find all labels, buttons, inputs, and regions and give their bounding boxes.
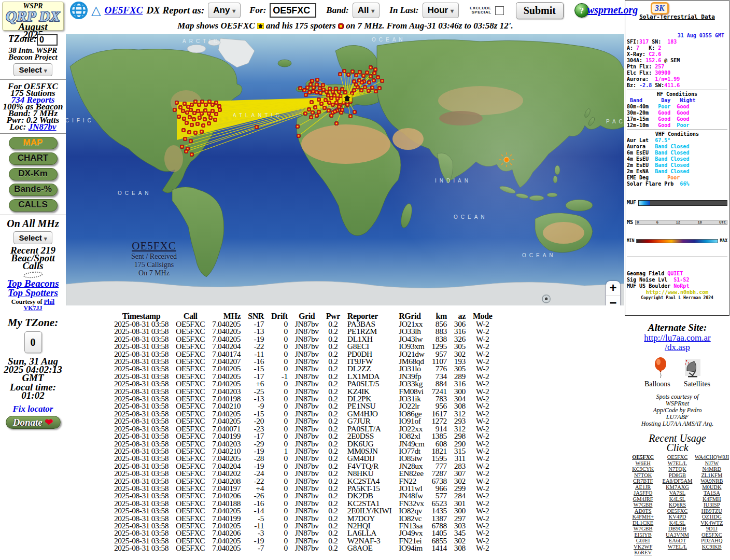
usage-call-link[interactable]: OZ1IDG — [695, 514, 729, 520]
usage-call-link[interactable]: PD2AHQ — [695, 538, 729, 544]
alternate-site-link[interactable]: http://lu7aa.com.ar/dx.asp — [625, 333, 730, 352]
usage-call-link[interactable]: W7GBB — [626, 526, 660, 532]
map-button[interactable]: MAP — [9, 137, 58, 149]
3k-badge[interactable]: 3K — [651, 2, 669, 15]
zoom-in-button[interactable]: + — [606, 281, 620, 296]
report-type-dropdown[interactable]: Any ▾ — [208, 3, 241, 18]
spots-table: TimestampCallMHzSNRDriftGridPwrReporterR… — [110, 312, 496, 552]
usage-call-link[interactable]: HB9TZU — [695, 508, 729, 514]
usage-call-link[interactable]: OE5FXC — [660, 454, 694, 460]
main-column: △ OE5FXC DX Report as: Any ▾ For: Band: … — [66, 0, 625, 560]
zoom-out-button[interactable]: − — [606, 296, 620, 305]
usage-call-link[interactable]: AE1JR — [626, 484, 660, 491]
usage-call-link[interactable]: KV4PD — [660, 514, 694, 520]
my-tzone-value[interactable]: 0 — [24, 331, 42, 353]
divider — [627, 257, 727, 257]
credits: Spots courtesy of WSPRnet App/Code by Pe… — [625, 394, 730, 427]
usage-call-link[interactable]: W7GBB — [626, 502, 660, 508]
on-all-mhz-label: On All MHz — [0, 218, 66, 229]
usage-call-link[interactable]: AD0TS — [626, 508, 660, 514]
top-spotters-link[interactable]: Top Spotters — [0, 288, 66, 298]
usage-call-link[interactable]: GM4JRF — [626, 496, 660, 502]
solar-panel-title: Solar-Terrestrial Data — [627, 13, 727, 20]
left-sidebar: WSPR QRP DX August 2025 TZone: 38 Intn. … — [0, 0, 66, 560]
locator-link[interactable]: JN87bv — [29, 122, 57, 132]
courtesy-note: Courtesy of Phil VK7JJ — [0, 299, 66, 311]
world-map[interactable]: ARCTICOCEANATLANTICOCEANINDIANOCEANACIFI… — [66, 34, 624, 305]
usage-call-link[interactable]: PD8GB — [660, 472, 694, 479]
usage-call-link[interactable]: N4MRD — [695, 466, 729, 472]
usage-call-link[interactable]: TA1SA — [695, 490, 729, 496]
usage-call-link[interactable]: EI5IYB — [626, 532, 660, 538]
usage-call-link[interactable]: DL1CKE — [626, 520, 660, 526]
dxkm-button[interactable]: DX-Km — [9, 168, 58, 180]
usage-call-link[interactable]: EA6DT — [660, 538, 694, 544]
exclude-special-checkbox[interactable] — [495, 6, 504, 15]
usage-call-link[interactable]: M0UDK — [695, 484, 729, 491]
usage-call-link[interactable]: VK2WF — [626, 544, 660, 550]
spotter-marker-icon — [338, 23, 344, 29]
inlast-dropdown[interactable]: Hour ▾ — [423, 3, 459, 18]
spot-row: 2025-08-31 03:58OE5FXC7.040205-70JN87bv0… — [110, 544, 496, 552]
globe-icon[interactable] — [70, 2, 88, 19]
usage-call-link[interactable]: VA7SL — [660, 490, 694, 496]
usage-call-link[interactable]: K4FMH+ — [626, 514, 660, 520]
usage-call-link[interactable]: W7EL/L — [660, 544, 694, 550]
usage-call-link[interactable]: CR7BTF — [626, 478, 660, 484]
usage-call-link[interactable]: OE5FXC — [695, 532, 729, 538]
usage-call-link[interactable]: IU3ISP — [695, 502, 729, 508]
callsign-link[interactable]: OE5FXC — [104, 5, 143, 16]
usage-call-link[interactable]: K6REV — [626, 550, 660, 556]
allmhz-select-dropdown[interactable]: Select ▾ — [13, 231, 53, 244]
usage-call-link[interactable]: KM7AXG — [660, 484, 694, 491]
usage-call-link[interactable]: UA3VNM — [660, 532, 694, 538]
balloon-icon[interactable] — [653, 357, 668, 379]
project-select-dropdown[interactable]: Select ▾ — [13, 63, 53, 76]
usage-call-link[interactable]: KC9CYK — [626, 466, 660, 472]
usage-call-link[interactable]: DB9OH — [660, 526, 694, 532]
triangle-icon[interactable]: △ — [91, 4, 101, 17]
satellite-dish-icon[interactable] — [682, 357, 703, 379]
fix-locator-link[interactable]: Fix locator — [13, 404, 53, 414]
usage-call-link[interactable]: WA4CHQW8JHW — [695, 454, 729, 460]
usage-call-link[interactable]: WA9NRB — [695, 478, 729, 484]
callsign-input[interactable] — [270, 3, 316, 18]
band-dropdown[interactable]: All ▾ — [353, 3, 380, 18]
usage-call-link[interactable]: JA5FFO — [626, 490, 660, 496]
tzone-input[interactable] — [37, 34, 58, 46]
alternate-site-title: Alternate Site: — [625, 322, 730, 333]
vk7jj-link[interactable]: VK7JJ — [24, 304, 43, 312]
usage-call-link[interactable]: W7EL/L — [660, 460, 694, 467]
map-caption: Map shows OE5FXC and his 175 spoters on … — [66, 21, 625, 34]
muf-label: MUF — [627, 200, 636, 206]
help-icon[interactable]: ? — [574, 3, 589, 18]
site-logo[interactable]: WSPR QRP DX August 2025 — [2, 2, 64, 31]
icon-labels: Balloons Satellites — [625, 380, 730, 388]
submit-button[interactable]: Submit — [516, 2, 564, 19]
top-toolbar: △ OE5FXC DX Report as: Any ▾ For: Band: … — [66, 0, 625, 21]
usage-call-link[interactable]: K4LSL — [660, 520, 694, 526]
usage-call-link[interactable]: KC9IKB — [695, 544, 729, 550]
donate-button[interactable]: Donate ❤ — [6, 416, 61, 429]
usage-call-link[interactable]: K4LSL — [660, 496, 694, 502]
usage-call-link[interactable]: VK4WTZ — [695, 520, 729, 526]
home-beacon-map-icon[interactable] — [342, 94, 352, 102]
usage-call-link[interactable]: W6EH — [626, 460, 660, 467]
usage-call-link[interactable]: OE5FXC — [660, 508, 694, 514]
usage-call-link[interactable]: OE5FXC — [626, 454, 660, 460]
usage-call-link[interactable]: G0JEI — [626, 538, 660, 544]
wsprnet-link[interactable]: wsprnet.org — [587, 4, 638, 16]
phil-link[interactable]: Phil — [44, 298, 54, 305]
usage-call-link[interactable]: K4FMH — [695, 496, 729, 502]
usage-call-link[interactable]: KQ6RS — [660, 502, 694, 508]
usage-call-link[interactable]: NJ7W — [695, 460, 729, 467]
usage-call-link[interactable]: EA8/DF5AM — [660, 478, 694, 484]
usage-call-link[interactable]: ZL1KFM — [695, 472, 729, 479]
usage-call-link[interactable]: N7TQK — [660, 466, 694, 472]
svg-text:INDIAN: INDIAN — [435, 178, 471, 184]
calls-button[interactable]: CALLS — [9, 199, 58, 212]
bands-button[interactable]: Bands-% — [9, 184, 58, 196]
chart-button[interactable]: CHART — [9, 152, 58, 165]
usage-call-link[interactable]: 9D1J — [695, 526, 729, 532]
usage-call-link[interactable]: N7TQK — [626, 472, 660, 479]
